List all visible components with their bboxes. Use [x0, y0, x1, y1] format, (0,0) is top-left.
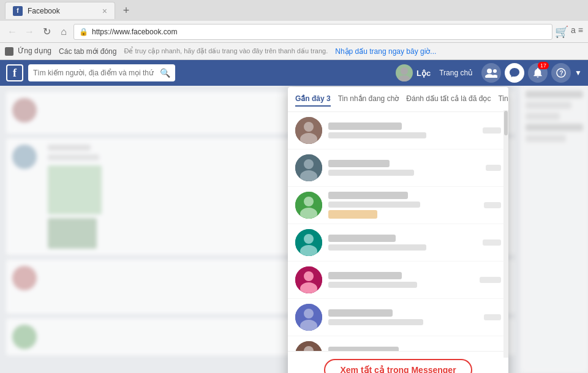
tab-new-message[interactable]: Tin nhắn mới	[498, 92, 508, 107]
message-preview-2	[328, 167, 480, 176]
home-button[interactable]: ⌂	[56, 24, 71, 39]
message-time-3	[484, 202, 501, 208]
new-tab-info: Các tab mới đóng	[59, 47, 116, 56]
tab-recent[interactable]: Gần đây 3	[295, 92, 331, 107]
settings-icon[interactable]: ≡	[578, 25, 583, 39]
user-avatar[interactable]	[396, 64, 413, 81]
message-time-1	[483, 127, 501, 134]
message-list	[288, 112, 508, 351]
svg-point-21	[304, 271, 314, 281]
dropdown-scrollbar[interactable]	[503, 110, 508, 358]
dropdown-footer: Xem tất cả trong Messenger	[288, 351, 508, 373]
message-avatar-2	[295, 154, 322, 181]
message-name-5	[328, 272, 473, 279]
message-item-4[interactable]	[288, 224, 508, 262]
tab-favicon: f	[13, 6, 23, 16]
apps-icon	[5, 47, 13, 56]
svg-point-12	[304, 159, 314, 169]
message-avatar-7	[295, 341, 322, 351]
message-avatar-1	[295, 117, 322, 144]
message-time-4	[483, 239, 501, 246]
svg-point-0	[401, 67, 408, 75]
svg-point-4	[493, 69, 497, 73]
active-tab[interactable]: f Facebook ×	[5, 2, 115, 19]
message-name-7	[328, 347, 475, 351]
message-name-4	[328, 235, 477, 242]
message-avatar-5	[295, 266, 322, 293]
facebook-right-sidebar	[521, 86, 588, 373]
facebook-search-input[interactable]	[33, 69, 156, 77]
ssl-lock-icon: 🔒	[79, 28, 88, 36]
cart-icon[interactable]: 🛒	[555, 25, 568, 39]
message-avatar-3	[295, 192, 322, 219]
message-name-6	[328, 309, 478, 317]
tab-title: Facebook	[28, 7, 97, 15]
message-content-3	[328, 192, 478, 219]
message-item-1[interactable]	[288, 112, 508, 149]
home-nav[interactable]: Trang chủ	[434, 66, 478, 80]
navigation-bar: ← → ↻ ⌂ 🔒 https://www.facebook.com 🛒 a ≡	[0, 21, 588, 43]
messenger-dropdown: Gần đây 3 Tin nhắn đang chờ Đánh dấu tất…	[288, 87, 508, 373]
tab-mark-read[interactable]: Đánh dấu tất cả là đã đọc	[406, 92, 491, 107]
bookmark-tip-text: Để truy cập nhanh, hãy đặt dấu trang vào…	[124, 47, 328, 55]
facebook-header-right: Lộc Trang chủ 17	[396, 63, 582, 83]
bookmark-bar: Ứng dụng Các tab mới đóng Để truy cập nh…	[0, 43, 588, 60]
address-bar[interactable]: 🔒 https://www.facebook.com	[74, 24, 552, 40]
message-preview-5	[328, 279, 473, 288]
svg-text:?: ?	[560, 70, 564, 77]
dropdown-tabs: Gần đây 3 Tin nhắn đang chờ Đánh dấu tất…	[288, 87, 508, 112]
facebook-search-box[interactable]: 🔍	[28, 64, 175, 81]
view-all-messenger-button[interactable]: Xem tất cả trong Messenger	[324, 359, 472, 373]
message-preview-3	[328, 199, 478, 219]
message-time-2	[486, 165, 501, 171]
facebook-body: Gần đây 3 Tin nhắn đang chờ Đánh dấu tất…	[0, 86, 588, 373]
svg-point-1	[398, 75, 410, 81]
new-tab-button[interactable]: +	[118, 2, 135, 19]
message-item-7[interactable]	[288, 336, 508, 351]
message-content-2	[328, 160, 480, 176]
friends-icon-button[interactable]	[481, 63, 501, 83]
svg-point-15	[304, 197, 314, 206]
message-time-5	[480, 277, 501, 283]
message-item-2[interactable]	[288, 149, 508, 187]
svg-point-9	[304, 122, 314, 132]
browser-actions: 🛒 a ≡	[555, 25, 583, 39]
back-button[interactable]: ←	[5, 24, 20, 39]
svg-point-24	[304, 309, 314, 318]
notifications-icon-button[interactable]: 17	[528, 63, 548, 83]
dropdown-chevron[interactable]: ▼	[575, 69, 582, 77]
svg-point-2	[487, 69, 492, 73]
message-avatar-6	[295, 304, 322, 331]
notifications-badge: 17	[538, 62, 549, 69]
message-time-6	[484, 314, 501, 320]
user-icon[interactable]: a	[571, 25, 576, 39]
forward-button[interactable]: →	[22, 24, 37, 39]
user-name[interactable]: Lộc	[417, 69, 431, 78]
message-name-3	[328, 192, 478, 199]
search-icon: 🔍	[160, 68, 170, 78]
messenger-icon-button[interactable]	[505, 63, 524, 83]
message-name-1	[328, 122, 477, 130]
message-preview-4	[328, 242, 477, 251]
message-content-7	[328, 347, 475, 351]
reload-button[interactable]: ↻	[39, 24, 54, 39]
message-preview-1	[328, 130, 477, 138]
message-item-3[interactable]	[288, 187, 508, 224]
address-text: https://www.facebook.com	[92, 28, 547, 36]
browser-chrome: f Facebook × + ← → ↻ ⌂ 🔒 https://www.fac…	[0, 0, 588, 60]
message-content-1	[328, 122, 477, 138]
apps-bookmark[interactable]: Ứng dụng	[5, 47, 51, 56]
tab-bar: f Facebook × +	[0, 0, 588, 21]
bookmark-link[interactable]: Nhập dấu trang ngay bây giờ...	[335, 47, 436, 56]
message-content-5	[328, 272, 473, 288]
message-item-6[interactable]	[288, 299, 508, 336]
tab-pending[interactable]: Tin nhắn đang chờ	[338, 92, 399, 107]
tab-close-button[interactable]: ×	[102, 6, 107, 16]
facebook-logo[interactable]: f	[6, 64, 23, 81]
help-icon-button[interactable]: ?	[551, 63, 571, 83]
message-item-5[interactable]	[288, 262, 508, 299]
facebook-app: f 🔍 Lộc Trang chủ	[0, 60, 588, 373]
scroll-thumb	[504, 111, 508, 135]
facebook-header: f 🔍 Lộc Trang chủ	[0, 60, 588, 86]
message-content-4	[328, 235, 477, 251]
